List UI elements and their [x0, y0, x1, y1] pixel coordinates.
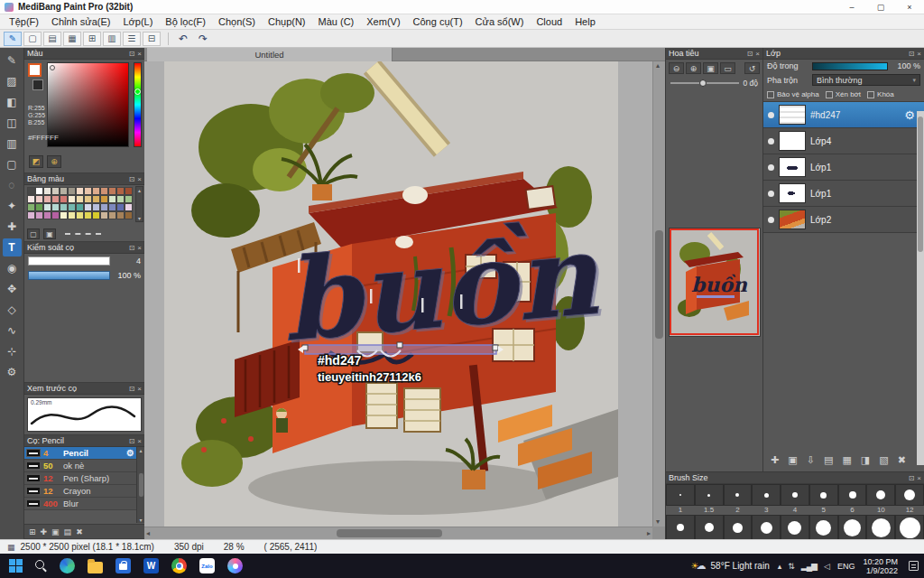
undo-icon[interactable]: ↶ [174, 32, 192, 46]
layer-mask-icon[interactable]: ◨ [861, 454, 870, 466]
palette-swatch[interactable] [51, 211, 60, 219]
palette-swatch[interactable] [68, 211, 76, 219]
rotate-reset-icon[interactable]: ↺ [744, 62, 760, 74]
brush-size-preset[interactable] [695, 515, 724, 540]
palette-swatch[interactable] [108, 203, 116, 211]
palette-swatch[interactable] [35, 195, 43, 203]
minimize-button[interactable]: – [837, 0, 866, 14]
duplicate-layer-icon[interactable]: ▣ [788, 454, 797, 466]
curve-tool[interactable]: ∿ [3, 322, 22, 340]
palette-swatch[interactable] [92, 187, 100, 195]
scroll-up-icon[interactable]: ▴ [656, 62, 660, 70]
lasso-tool[interactable]: ◌ [3, 176, 22, 194]
brush-size-preset[interactable] [866, 515, 895, 540]
protect-alpha-checkbox[interactable]: Bảo vệ alpha [767, 90, 819, 98]
menu-item[interactable]: Cửa sổ(W) [469, 16, 531, 27]
zalo-icon[interactable]: Zalo [199, 558, 215, 573]
canvas-hscrollbar[interactable]: ◂ ▸ [144, 527, 652, 539]
brush-size-preset[interactable] [666, 515, 695, 540]
document-tab[interactable]: Untitled [147, 48, 393, 61]
palette-swatch[interactable] [60, 195, 68, 203]
add-swatch-icon[interactable]: ▢ [27, 228, 40, 239]
palette-swatch[interactable] [51, 187, 60, 195]
add-layer-icon[interactable]: ✚ [771, 454, 779, 466]
palette-swatch[interactable] [125, 195, 133, 203]
palette-swatch[interactable] [76, 203, 84, 211]
palette-scrollbar[interactable]: ▴▾ [135, 186, 143, 222]
brush-opacity-slider[interactable] [28, 271, 110, 280]
materials-icon[interactable]: ⊟ [143, 32, 161, 46]
palette-swatch[interactable] [60, 203, 68, 211]
chrome-icon[interactable] [171, 558, 187, 573]
palette-swatch[interactable] [68, 203, 76, 211]
palette-swatch[interactable] [43, 187, 51, 195]
select-tool[interactable]: ▢ [3, 155, 22, 173]
brush-size-preset[interactable] [838, 515, 867, 540]
palette-swatch[interactable] [84, 203, 92, 211]
brush-size-preset[interactable] [781, 484, 809, 506]
panel-collapse-icon[interactable]: ⊡ [129, 437, 135, 445]
layer-opacity-slider[interactable] [812, 62, 888, 70]
medibang-taskbar-icon[interactable] [227, 558, 243, 573]
scroll-down-icon[interactable]: ▾ [656, 518, 660, 526]
zoom-slider[interactable] [670, 82, 739, 84]
palette-swatch[interactable] [43, 211, 51, 219]
palette-swatch[interactable] [35, 187, 43, 195]
panel-collapse-icon[interactable]: ⊡ [129, 244, 135, 252]
text-tool[interactable]: T [3, 238, 22, 256]
scroll-left-icon[interactable]: ◂ [146, 530, 150, 537]
palette-swatch[interactable] [84, 211, 92, 219]
close-button[interactable]: × [895, 0, 924, 14]
clipping-checkbox[interactable]: Xén bớt [826, 90, 861, 98]
panel-collapse-icon[interactable]: ⊡ [129, 385, 135, 393]
brush-size-preset[interactable] [895, 515, 924, 540]
brush-size-preset[interactable] [752, 515, 781, 540]
palette-swatch[interactable] [92, 211, 100, 219]
redo-icon[interactable]: ↷ [194, 32, 212, 46]
layer-material-icon[interactable]: ▦ [842, 454, 851, 466]
saturation-value-picker[interactable] [47, 62, 129, 147]
brush-size-preset[interactable] [895, 484, 924, 506]
menu-item[interactable]: Xem(V) [360, 16, 406, 27]
brush-row[interactable]: 400 Blur ⚙ [24, 498, 136, 510]
palette-swatch[interactable] [27, 195, 35, 203]
status-tray-icon[interactable]: ⇅ [788, 562, 794, 571]
actual-size-icon[interactable]: ▭ [720, 62, 735, 74]
palette-swatch[interactable] [76, 211, 84, 219]
palette-swatch[interactable] [116, 203, 125, 211]
menu-item[interactable]: Lớp(L) [116, 16, 159, 27]
panel-close-icon[interactable]: × [755, 50, 760, 58]
layer-visibility-toggle[interactable] [768, 164, 774, 171]
navigator-thumbnail[interactable]: buồn [670, 228, 760, 336]
brush-row[interactable]: 12 Pen (Sharp) ⚙ [24, 472, 136, 485]
start-button[interactable] [9, 559, 23, 573]
add-brush-icon[interactable]: ✚ [41, 527, 48, 536]
layer-settings-icon[interactable]: ⚙ [904, 108, 915, 122]
palette-swatch[interactable] [51, 195, 60, 203]
background-color-swatch[interactable] [32, 79, 43, 90]
palette-swatch[interactable] [108, 195, 116, 203]
wand-tool[interactable]: ✦ [3, 197, 22, 215]
brush-size-preset[interactable] [666, 484, 695, 506]
palette-swatch[interactable] [27, 211, 35, 219]
palette-swatch[interactable] [100, 203, 108, 211]
pan-tool[interactable]: ✥ [3, 280, 22, 298]
palette-swatch[interactable] [35, 211, 43, 219]
eraser-tool[interactable]: ▨ [3, 72, 22, 90]
store-icon[interactable] [116, 558, 131, 573]
layer-folder-icon[interactable]: ▤ [824, 454, 833, 466]
palette-swatch[interactable] [125, 203, 133, 211]
layer-row[interactable]: Lớp1 ⚙ [763, 154, 924, 181]
foreground-color-swatch[interactable] [28, 63, 42, 77]
bucket-tool[interactable]: ◫ [3, 114, 22, 132]
palette-swatch[interactable] [116, 195, 125, 203]
delete-layer-icon[interactable]: ✖ [898, 454, 906, 466]
brush-size-preset[interactable] [724, 484, 753, 506]
brush-mode-icon[interactable]: ✎ [4, 32, 22, 46]
ruler-toggle-icon[interactable]: ▥ [103, 32, 121, 46]
brush-tool[interactable]: ✎ [3, 51, 22, 70]
zoom-in-icon[interactable]: ⊕ [686, 62, 701, 74]
fit-window-icon[interactable]: ▣ [703, 62, 718, 74]
brush-settings-icon[interactable]: ⚙ [126, 448, 134, 458]
palette-swatch[interactable] [60, 187, 68, 195]
